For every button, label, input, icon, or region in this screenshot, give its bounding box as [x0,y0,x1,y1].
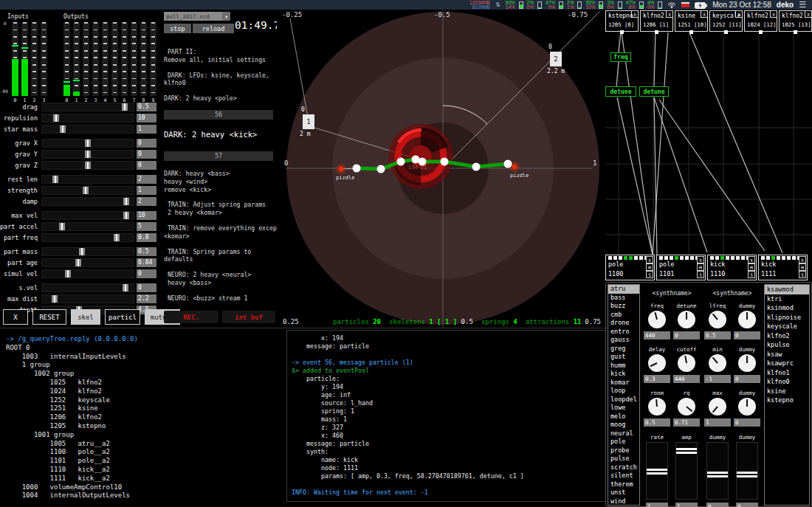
knob-min[interactable] [709,354,726,372]
lfo-node-klfno2[interactable]: klfno21024 [12]X [744,10,777,32]
strip-input-connector[interactable] [761,256,765,260]
list-item-ksinmod[interactable]: ksinmod [765,303,809,313]
list-item-kpulse[interactable]: kpulse [765,340,809,350]
knob-max[interactable] [709,398,726,415]
slider-track[interactable] [41,283,134,292]
menubar-clock[interactable]: Mon 23 Oct 12:58 [712,1,771,9]
channel-strip-pole-1100[interactable]: pole1100XMS [605,255,655,280]
strip-s-button[interactable]: S [799,271,806,278]
slider-handle[interactable] [52,295,58,303]
strip-input-connector[interactable] [777,256,780,260]
slider-handle[interactable] [52,176,58,183]
particl-button[interactable]: particl [105,309,140,325]
node-output-connector[interactable] [794,30,797,34]
close-icon[interactable]: X [631,11,638,18]
list-item-keyscale[interactable]: keyscale [765,322,809,331]
fader-rate[interactable] [646,442,668,500]
list-item-ktri[interactable]: ktri [765,294,809,304]
list-item-silent[interactable]: silent [608,472,639,480]
list-item-ksine[interactable]: ksine [765,387,809,396]
strip-input-connector[interactable] [613,256,617,260]
channel-strip-kick-1110[interactable]: kick1110XMS [707,255,757,280]
strip-s-button[interactable]: S [646,271,653,278]
knob-delay[interactable] [648,354,666,372]
knob-dummy[interactable] [738,354,756,372]
flag-icon[interactable] [681,2,689,7]
lfo-node-klfno2[interactable]: klfno21025 [13]X [779,10,812,32]
lfo-list[interactable]: ksawmodktriksinmodklipnoisekeyscaleklfno… [764,284,810,506]
slider-track[interactable] [41,125,134,134]
list-item-drone[interactable]: drone [608,319,639,328]
strip-input-connector[interactable] [659,256,663,260]
list-item-kick[interactable]: kick [608,370,639,379]
list-item-cmb[interactable]: cmb [608,311,639,320]
slider-handle[interactable] [85,139,91,147]
strip-input-connector[interactable] [675,256,678,260]
strip-input-connector[interactable] [782,256,785,260]
slider-handle[interactable] [122,103,128,111]
list-item-pulse[interactable]: pulse [608,455,639,463]
node-output-connector[interactable] [689,30,693,34]
list-item-klfno0[interactable]: klfno0 [765,377,809,387]
list-item-pole[interactable]: pole [608,438,639,446]
strip-m-button[interactable]: M [646,263,653,271]
strip-input-connector[interactable] [685,256,689,260]
reset-button[interactable]: RESET [32,309,66,325]
strip-input-connector[interactable] [792,256,796,260]
strip-input-connector[interactable] [624,256,627,260]
strip-x-button[interactable]: X [646,256,653,263]
slider-track[interactable] [41,222,134,231]
list-item-loopdel[interactable]: loopdel [608,396,639,404]
list-item-scratch[interactable]: scratch [608,463,639,472]
slider-handle[interactable] [75,259,81,266]
stop-button[interactable]: stop [164,24,191,33]
slider-track[interactable] [41,161,134,170]
knob-freq[interactable] [648,311,666,328]
strip-input-connector[interactable] [766,256,770,260]
list-item-therem[interactable]: therem [608,480,639,489]
strip-input-connector[interactable] [670,256,673,260]
knob-rq[interactable] [678,398,695,415]
event-counter-bar[interactable]: 56 [164,110,273,120]
fader-dummy[interactable] [706,442,729,500]
list-item-ksaw[interactable]: ksaw [765,350,809,359]
list-item-melo[interactable]: melo [608,413,639,421]
param-box-freq[interactable]: freq [610,52,631,62]
channel-strip-kick-1111[interactable]: kick1111XMS [758,255,808,280]
fader-dummy[interactable] [736,442,758,500]
list-item-lowe[interactable]: lowe [608,404,639,413]
menubar-user[interactable]: deko [777,1,794,9]
node-output-connector[interactable] [655,30,658,34]
slider-handle[interactable] [123,284,128,292]
channel-strip-pole-1101[interactable]: pole1101XMS [656,255,706,280]
strip-input-connector[interactable] [715,256,719,260]
close-icon[interactable]: X [805,11,811,18]
close-icon[interactable]: X [770,11,777,18]
list-item-neural[interactable]: neural [608,430,639,438]
knob-dummy[interactable] [738,398,756,415]
strip-x-button[interactable]: X [748,256,755,263]
slider-track[interactable] [41,258,134,267]
slider-track[interactable] [41,197,134,206]
list-item-klipnoise[interactable]: klipnoise [765,313,809,323]
slider-handle[interactable] [123,198,129,205]
list-item-kstepno[interactable]: kstepno [765,396,809,405]
list-item-ksawmod[interactable]: ksawmod [765,285,809,294]
strip-x-button[interactable]: X [697,256,704,263]
slider-handle[interactable] [114,234,120,241]
list-item-gauss[interactable]: gauss [608,336,639,345]
strip-input-connector[interactable] [736,256,740,260]
strip-input-connector[interactable] [608,256,612,260]
slider-track[interactable] [41,211,134,220]
menu-list-icon[interactable]: ☰ [799,1,806,9]
list-item-buzz[interactable]: buzz [608,302,639,311]
param-box-detune[interactable]: detune [639,86,669,97]
strip-input-connector[interactable] [741,256,745,260]
node-output-connector[interactable] [759,30,763,34]
strip-input-connector[interactable] [726,256,729,260]
motion-radar-visualization[interactable]: -0.25 -0.5 -0.75 0 1 012 m022.2 m pizdle… [277,10,605,328]
knob-lfreq[interactable] [709,311,726,328]
slider-handle[interactable] [53,114,59,122]
reload-button[interactable]: reload [193,24,234,33]
x-button[interactable]: X [3,309,28,325]
